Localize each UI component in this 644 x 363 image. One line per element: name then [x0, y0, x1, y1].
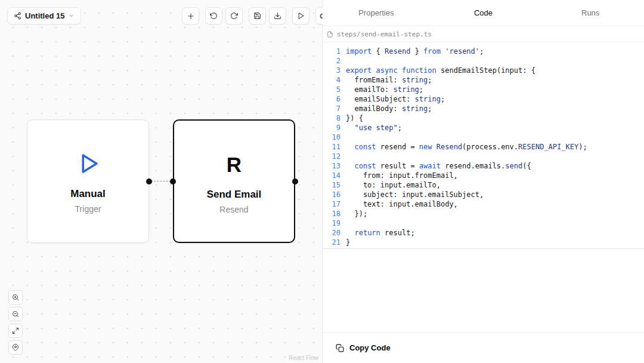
code-text: }) { — [340, 113, 363, 123]
save-icon — [253, 12, 261, 20]
toggle-interactivity-button[interactable] — [8, 340, 23, 355]
line-number: 12 — [323, 152, 340, 161]
code-line: 1import { Resend } from 'resend'; — [323, 47, 644, 56]
line-number: 19 — [323, 219, 340, 228]
line-number: 8 — [323, 113, 340, 123]
code-line: 13 const result = await resend.emails.se… — [323, 161, 644, 171]
resend-logo: R — [227, 154, 242, 175]
tab-properties[interactable]: Properties — [323, 0, 430, 26]
line-number: 3 — [323, 66, 340, 75]
chevron-down-icon — [68, 13, 75, 19]
canvas-controls — [8, 290, 23, 355]
file-path: steps/send-email-step.ts — [337, 30, 432, 38]
node-subtitle: Resend — [219, 205, 248, 214]
code-text: const result = await resend.emails.send(… — [340, 161, 531, 171]
code-text: emailTo: string; — [340, 85, 423, 94]
code-line: 20 return result; — [323, 228, 644, 238]
code-text — [340, 133, 346, 142]
pin-icon — [12, 344, 19, 351]
file-path-bar: steps/send-email-step.ts — [323, 26, 644, 42]
code-text: const resend = new Resend(process.env.RE… — [340, 142, 587, 152]
plus-icon — [187, 12, 195, 20]
download-icon — [274, 12, 281, 20]
run-workflow-button[interactable] — [292, 7, 309, 24]
download-button[interactable] — [269, 7, 286, 24]
code-line: 8}) { — [323, 113, 644, 123]
code-line: 7 emailBody: string; — [323, 104, 644, 113]
code-editor[interactable]: 1import { Resend } from 'resend';23expor… — [323, 42, 644, 332]
code-text: export async function sendEmailStep(inpu… — [340, 66, 535, 75]
code-line: 21} — [323, 238, 644, 247]
app-root: Untitled 15 — [0, 0, 644, 363]
zoom-out-icon — [12, 310, 19, 318]
code-line: 14 from: input.fromEmail, — [323, 171, 644, 180]
line-number: 4 — [323, 75, 340, 85]
workflow-name-button[interactable]: Untitled 15 — [7, 7, 81, 24]
fit-view-button[interactable] — [8, 324, 23, 338]
code-text: "use step"; — [340, 123, 402, 133]
code-line: 17 text: input.emailBody, — [323, 199, 644, 209]
code-line: 6 emailSubject: string; — [323, 94, 644, 104]
workflow-name-label: Untitled 15 — [25, 11, 64, 20]
code-text: }); — [340, 209, 367, 219]
tab-code[interactable]: Code — [430, 0, 537, 26]
undo-button[interactable] — [205, 7, 222, 24]
code-text: emailBody: string; — [340, 104, 432, 113]
code-text — [340, 56, 346, 66]
code-text: import { Resend } from 'resend'; — [340, 47, 484, 56]
handle-sendemail-source[interactable] — [292, 179, 298, 184]
copy-code-button[interactable]: Copy Code — [336, 343, 391, 352]
line-number: 18 — [323, 209, 340, 219]
zoom-in-icon — [12, 294, 19, 301]
line-number: 11 — [323, 142, 340, 152]
copy-icon — [336, 344, 344, 352]
code-line: 2 — [323, 56, 644, 66]
code-line: 3export async function sendEmailStep(inp… — [323, 66, 644, 75]
code-line: 16 subject: input.emailSubject, — [323, 190, 644, 199]
node-manual-trigger[interactable]: Manual Trigger — [27, 119, 149, 243]
line-number: 6 — [323, 94, 340, 104]
code-text: text: input.emailBody, — [340, 199, 458, 209]
canvas-toolbar: CT — [182, 7, 333, 24]
line-number: 15 — [323, 180, 340, 190]
line-number: 1 — [323, 47, 340, 56]
react-flow-attribution: React Flow — [289, 355, 318, 361]
code-text — [340, 219, 346, 228]
code-text: emailSubject: string; — [340, 94, 445, 104]
code-line: 10 — [323, 133, 644, 142]
code-text: from: input.fromEmail, — [340, 171, 458, 180]
workflow-icon — [14, 12, 21, 20]
line-number: 7 — [323, 104, 340, 113]
zoom-out-button[interactable] — [8, 307, 23, 321]
node-subtitle: Trigger — [75, 204, 101, 214]
code-line: 4 fromEmail: string; — [323, 75, 644, 85]
tab-runs[interactable]: Runs — [537, 0, 644, 26]
undo-icon — [210, 12, 218, 20]
play-trigger-icon — [76, 151, 101, 176]
panel-bottom-bar: Copy Code — [323, 332, 644, 363]
save-button[interactable] — [249, 7, 266, 24]
line-number: 20 — [323, 228, 340, 238]
zoom-in-button[interactable] — [8, 290, 23, 304]
handle-sendemail-target[interactable] — [170, 179, 176, 184]
workflow-canvas[interactable]: Untitled 15 — [0, 0, 323, 363]
line-number: 10 — [323, 133, 340, 142]
code-line: 15 to: input.emailTo, — [323, 180, 644, 190]
line-number: 21 — [323, 238, 340, 247]
line-number: 13 — [323, 161, 340, 171]
code-text: return result; — [340, 228, 415, 238]
add-node-button[interactable] — [182, 7, 199, 24]
code-lines: 1import { Resend } from 'resend';23expor… — [323, 47, 644, 249]
node-title: Manual — [70, 188, 106, 200]
node-title: Send Email — [207, 189, 262, 201]
node-send-email[interactable]: R Send Email Resend — [173, 119, 295, 243]
line-number: 16 — [323, 190, 340, 199]
code-line: 5 emailTo: string; — [323, 85, 644, 94]
line-number: 17 — [323, 199, 340, 209]
code-text: subject: input.emailSubject, — [340, 190, 484, 199]
inspector-panel: Properties Code Runs steps/send-email-st… — [323, 0, 644, 363]
redo-button[interactable] — [225, 7, 243, 24]
code-line: 9 "use step"; — [323, 123, 644, 133]
edge-manual-to-sendemail — [151, 181, 171, 182]
handle-manual-source[interactable] — [146, 179, 152, 184]
